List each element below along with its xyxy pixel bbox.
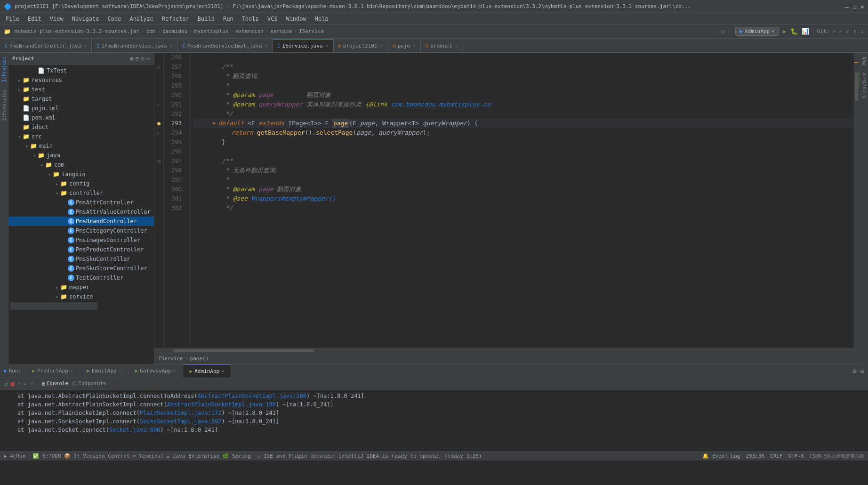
minimize-button[interactable]: — xyxy=(845,3,849,10)
bottom-tab-productapp[interactable]: ▶ ProductApp × xyxy=(25,364,80,378)
tree-item-controller[interactable]: ▾ 📁 controller xyxy=(8,188,154,198)
menu-code[interactable]: Code xyxy=(104,15,125,23)
tree-item-java[interactable]: ▾ 📁 java xyxy=(8,151,154,160)
productapp-close[interactable]: × xyxy=(70,368,73,373)
console-link-4[interactable]: SocksSocketImpl.java:392 xyxy=(140,418,221,425)
code-content[interactable]: /** * 翻页查询 * * @param xyxy=(190,53,854,348)
sidebar-collapse-icon[interactable]: ≡ xyxy=(136,55,139,62)
pull-icon[interactable]: ↓ xyxy=(860,28,864,35)
status-java-enterprise-tab[interactable]: ☕ Java Enterprise xyxy=(167,453,220,459)
console-link-2[interactable]: AbstractPlainSocketImpl.java:188 xyxy=(167,401,276,408)
tab-iservice[interactable]: I IService.java × xyxy=(273,39,334,52)
tree-item-pmsskucontroller[interactable]: C PmsSkuController xyxy=(8,254,154,264)
settings-icon[interactable]: ⚙ xyxy=(852,367,856,375)
console-tab[interactable]: ▤ Console xyxy=(42,380,68,387)
restart-button[interactable]: ↺ xyxy=(4,380,8,388)
tab-close-iservice[interactable]: × xyxy=(326,43,329,48)
menu-help[interactable]: Help xyxy=(311,15,332,23)
menu-refactor[interactable]: Refactor xyxy=(158,15,193,23)
tab-product[interactable]: m product × xyxy=(421,39,463,52)
tab-pmsbrand-service-impl[interactable]: C PmsBrandServiceImpl.java × xyxy=(178,39,273,52)
sidebar-settings-icon[interactable]: ⚙ xyxy=(141,55,145,62)
nav-service[interactable]: service xyxy=(270,28,292,34)
editor-scrollbar[interactable] xyxy=(854,53,860,348)
bottom-tab-gatewayapp[interactable]: ▶ GatewayApp × xyxy=(129,364,183,378)
sidebar-tab-project[interactable]: 1:Project xyxy=(0,53,8,86)
menu-vcs[interactable]: VCS xyxy=(264,15,281,23)
tree-item-pmsskustorecontroller[interactable]: C PmsSkuStoreController xyxy=(8,264,154,273)
nav-jar[interactable]: mybatis-plus-extension-3.3.2-sources.jar xyxy=(15,28,139,34)
scroll-down-button[interactable]: ↓ xyxy=(24,380,27,387)
tree-item-testcontroller[interactable]: C TestController xyxy=(8,273,154,283)
tree-item-test[interactable]: ▸ 📁 test xyxy=(8,85,154,94)
menu-run[interactable]: Run xyxy=(219,15,237,23)
pause-button[interactable]: ⏸ xyxy=(29,380,34,387)
endpoints-tab[interactable]: ⬡ Endpoints xyxy=(72,380,106,387)
window-controls[interactable]: — ☐ ✕ xyxy=(845,3,864,10)
tab-pojo[interactable]: m pojo × xyxy=(388,39,421,52)
tree-item-pmscategorycontroller[interactable]: C PmsCategoryController xyxy=(8,226,154,235)
status-terminal-tab[interactable]: ⌨ Terminal xyxy=(133,453,164,459)
tree-item-pojo-iml[interactable]: 📄 pojo.iml xyxy=(8,104,154,113)
tree-item-tangxin[interactable]: ▾ 📁 tangxin xyxy=(8,170,154,179)
nav-mybatisplus[interactable]: mybatisplus xyxy=(194,28,229,34)
sidebar-close-icon[interactable]: — xyxy=(146,55,150,62)
status-spring-tab[interactable]: 🌿 Spring xyxy=(222,453,250,459)
scroll-up-button[interactable]: ↑ xyxy=(17,380,21,387)
nav-baomidou[interactable]: baomidou xyxy=(162,28,187,34)
run-with-coverage-button[interactable]: 📊 xyxy=(802,28,809,35)
nav-iservice[interactable]: IService xyxy=(299,28,324,34)
bottom-tab-adminapp[interactable]: ▶ AdminApp × xyxy=(183,364,232,378)
horizontal-scrollbar[interactable] xyxy=(154,348,860,353)
adminapp-close[interactable]: × xyxy=(221,369,224,374)
tree-item-com[interactable]: ▾ 📁 com xyxy=(8,160,154,170)
sidebar-sync-icon[interactable]: ⊕ xyxy=(130,55,134,62)
hscrollbar-thumb[interactable] xyxy=(173,349,314,352)
tab-project2101[interactable]: m project2101 × xyxy=(334,39,388,52)
menu-edit[interactable]: Edit xyxy=(24,15,45,23)
tree-item-pmsbrandcontroller[interactable]: C PmsBrandController xyxy=(8,217,154,226)
tree-item-service[interactable]: ▾ 📁 service xyxy=(8,292,154,301)
gatewayapp-close[interactable]: × xyxy=(173,368,176,373)
push-icon[interactable]: ↑ xyxy=(853,28,857,35)
tree-item-mapper[interactable]: ▸ 📁 mapper xyxy=(8,283,154,292)
tab-close-pojo[interactable]: × xyxy=(413,43,416,48)
menu-navigate[interactable]: Navigate xyxy=(68,15,103,23)
tree-item-pmsattrvaluecontroller[interactable]: C PmsAttrValueController xyxy=(8,207,154,217)
tree-item-pom-xml[interactable]: 📄 pom.xml xyxy=(8,113,154,122)
status-run-tab[interactable]: ▶ 4:Run xyxy=(4,453,30,459)
maximize-button[interactable]: ☐ xyxy=(852,3,856,10)
console-link-1[interactable]: AbstractPlainSocketImpl.java:206 xyxy=(198,393,306,399)
tree-item-src[interactable]: ▾ 📁 src xyxy=(8,132,154,141)
stop-button[interactable]: ■ xyxy=(10,380,14,388)
tree-item-config[interactable]: ▸ 📁 config xyxy=(8,179,154,188)
status-crlf[interactable]: CRLF xyxy=(770,453,783,459)
expand-icon[interactable]: ⊞ xyxy=(860,367,864,375)
debug-button[interactable]: 🐛 xyxy=(790,28,798,35)
sidebar-tab-web[interactable]: Web xyxy=(860,53,868,69)
run-button[interactable]: ▶ xyxy=(783,28,787,35)
tab-close-product[interactable]: × xyxy=(455,43,458,48)
menu-view[interactable]: View xyxy=(46,15,67,23)
status-position[interactable]: 293:36 xyxy=(746,453,765,459)
menu-analyze[interactable]: Analyze xyxy=(126,15,157,23)
sidebar-tab-structure[interactable]: Structure xyxy=(860,69,868,102)
sidebar-tab-favorites[interactable]: 2:Favorites xyxy=(0,86,8,124)
status-charset[interactable]: UTF-8 xyxy=(788,453,804,459)
tree-item-txtest[interactable]: 📄 TxTest xyxy=(8,66,154,75)
tab-close-ipmsbrand-service[interactable]: × xyxy=(170,43,173,48)
tab-close-pmsbrand-controller[interactable]: × xyxy=(84,43,87,48)
run-config-selector[interactable]: ▶ AdminApp ▾ xyxy=(735,27,779,36)
menu-file[interactable]: File xyxy=(2,15,23,23)
status-vcs-tab[interactable]: 📦 9: Version Control xyxy=(64,453,130,459)
breadcrumb-iservice[interactable]: IService xyxy=(158,356,183,362)
tree-item-resources[interactable]: ▸ 📁 resources xyxy=(8,75,154,85)
menu-window[interactable]: Window xyxy=(282,15,310,23)
tab-close-pmsbrand-service-impl[interactable]: × xyxy=(265,43,268,48)
tree-item-iduct[interactable]: 📁 iduct xyxy=(8,122,154,132)
menu-build[interactable]: Build xyxy=(194,15,218,23)
tab-close-project2101[interactable]: × xyxy=(380,43,383,48)
nav-forward-icon[interactable]: ▷ xyxy=(728,28,732,35)
tree-item-pmsattrcontroller[interactable]: C PmsAttrController xyxy=(8,198,154,207)
tree-item-pmsproductcontroller[interactable]: C PmsProductController xyxy=(8,245,154,254)
